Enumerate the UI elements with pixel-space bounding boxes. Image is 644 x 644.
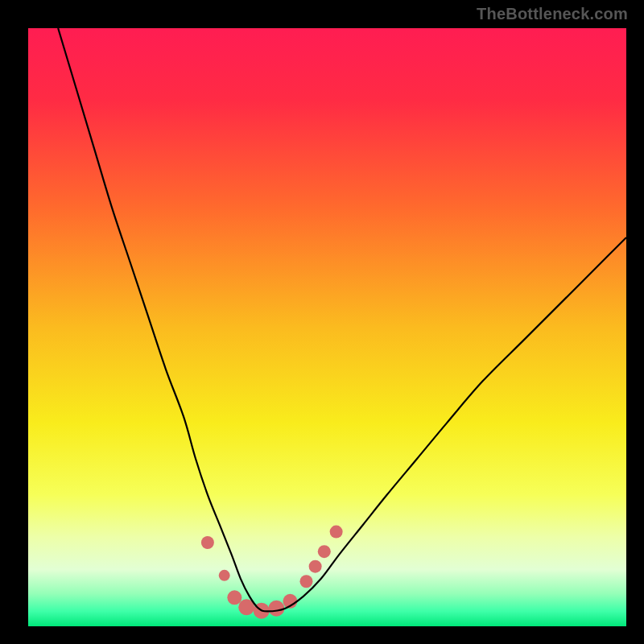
highlight-dot	[318, 545, 331, 558]
bottleneck-curve	[58, 28, 626, 611]
chart-frame: TheBottleneck.com	[0, 0, 644, 644]
highlight-dot	[299, 575, 312, 588]
curve-layer	[28, 28, 626, 626]
highlight-dot	[219, 570, 230, 581]
highlight-dot	[201, 536, 214, 549]
highlight-markers	[201, 526, 343, 619]
highlight-dot	[330, 526, 343, 539]
highlight-dot	[268, 601, 284, 617]
watermark-text: TheBottleneck.com	[477, 5, 628, 23]
highlight-dot	[227, 590, 242, 605]
highlight-dot	[309, 560, 322, 573]
plot-area	[28, 28, 626, 626]
